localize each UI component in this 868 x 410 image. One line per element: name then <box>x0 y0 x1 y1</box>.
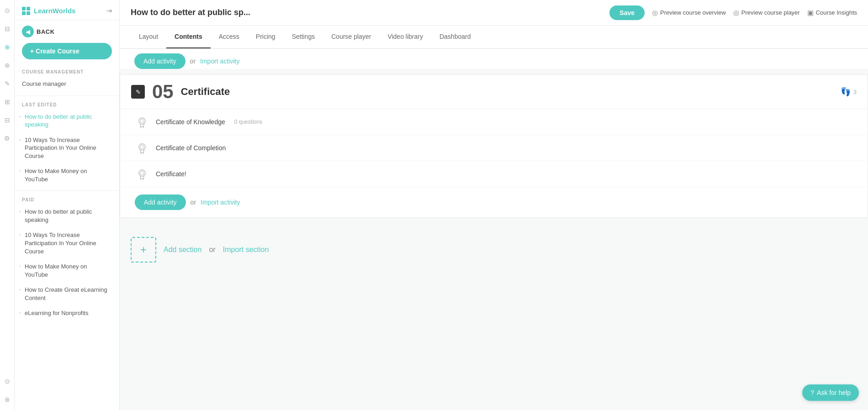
preview-player-action[interactable]: ◎ Preview course player <box>733 9 800 17</box>
tab-contents[interactable]: Contents <box>166 26 211 48</box>
divider-1 <box>15 95 119 96</box>
preview-player-icon: ◎ <box>733 9 739 17</box>
last-edited-label: LAST EDITED <box>15 100 119 109</box>
course-management-label: COURSE MANAGEMENT <box>15 67 119 76</box>
paid-label: PAID <box>15 194 119 204</box>
sidebar-item-last-edited-0[interactable]: How to do better at public speaking <box>15 109 119 132</box>
sidebar-item-course-manager[interactable]: Course manager <box>15 76 119 92</box>
back-circle-icon: ◀ <box>22 26 34 37</box>
ask-help-button[interactable]: ? Ask for help <box>802 384 859 401</box>
activity-name-2: Certificate! <box>156 170 186 178</box>
activity-row-0: Certificate of Knowledge 0 questions <box>120 109 868 135</box>
back-label: BACK <box>37 28 55 35</box>
tab-dashboard[interactable]: Dashboard <box>431 26 479 48</box>
import-activity-link[interactable]: Import activity <box>201 199 240 206</box>
nav-tabs: Layout Contents Access Pricing Settings … <box>120 26 868 49</box>
activity-row-2: Certificate! <box>120 161 868 187</box>
tab-layout[interactable]: Layout <box>131 26 166 48</box>
sidebar: LearnWorlds ⇥ ◀ BACK + Create Course COU… <box>15 0 120 410</box>
book-icon[interactable]: ⊞ <box>2 97 12 107</box>
preview-player-label: Preview course player <box>741 9 800 16</box>
section-right: 👣 3 <box>841 87 857 97</box>
divider-2 <box>15 190 119 191</box>
top-header: How to do better at public sp... Save ◎ … <box>120 0 868 26</box>
certificate-icon-2 <box>135 167 149 181</box>
course-insights-icon: ▣ <box>807 9 814 17</box>
export-icon[interactable]: ⇥ <box>106 6 112 15</box>
sidebar-item-last-edited-1[interactable]: 10 Ways To Increase Participation In You… <box>15 132 119 164</box>
create-course-button[interactable]: + Create Course <box>22 43 112 59</box>
add-activity-button[interactable]: Add activity <box>135 194 186 210</box>
sidebar-header: LearnWorlds ⇥ <box>15 0 119 20</box>
svg-point-5 <box>140 171 144 175</box>
sidebar-item-paid-3[interactable]: How to Create Great eLearning Content <box>15 282 119 305</box>
users-icon[interactable]: ⊛ <box>2 60 12 70</box>
chat-icon[interactable]: ⊙ <box>2 376 12 386</box>
activity-name-0: Certificate of Knowledge <box>156 118 225 126</box>
preview-overview-label: Preview course overview <box>660 9 726 16</box>
footprints-icon: 👣 <box>841 87 851 97</box>
content-area: Add activity or Import activity ✎ 05 Cer… <box>120 49 868 410</box>
top-or-text: or <box>190 58 196 65</box>
chart-icon[interactable]: ⊟ <box>2 115 12 125</box>
home-icon[interactable]: ⊟ <box>2 24 12 34</box>
course-insights-label: Course Insights <box>816 9 857 16</box>
settings2-icon[interactable]: ⊛ <box>2 394 12 405</box>
section-number: 05 <box>152 82 174 101</box>
activity-meta-0: 0 questions <box>234 119 262 125</box>
section-edit-icon[interactable]: ✎ <box>131 85 145 99</box>
section-header: ✎ 05 Certificate 👣 3 <box>120 75 868 109</box>
course-title: How to do better at public sp... <box>131 8 602 17</box>
activity-row-1: Certificate of Completion <box>120 135 868 161</box>
preview-overview-icon: ◎ <box>652 9 658 17</box>
svg-point-4 <box>139 170 145 176</box>
top-import-activity-link[interactable]: Import activity <box>200 58 239 65</box>
svg-point-2 <box>139 144 145 150</box>
sidebar-item-paid-0[interactable]: How to do better at public speaking <box>15 204 119 227</box>
tab-course-player[interactable]: Course player <box>323 26 379 48</box>
or-text: or <box>191 199 196 206</box>
section-certificate: ✎ 05 Certificate 👣 3 Certificate of <box>120 74 868 218</box>
svg-point-0 <box>139 118 145 124</box>
section-title: Certificate <box>181 86 230 98</box>
activity-name-1: Certificate of Completion <box>156 144 226 152</box>
sidebar-item-paid-1[interactable]: 10 Ways To Increase Participation In You… <box>15 227 119 259</box>
tab-access[interactable]: Access <box>211 26 248 48</box>
sidebar-item-paid-4[interactable]: eLearning for Nonprofits <box>15 305 119 321</box>
tab-pricing[interactable]: Pricing <box>248 26 284 48</box>
sidebar-item-last-edited-2[interactable]: How to Make Money on YouTube <box>15 163 119 187</box>
add-section-block: + Add section or Import section <box>120 223 868 276</box>
course-insights-action[interactable]: ▣ Course Insights <box>807 9 857 17</box>
main-content: How to do better at public sp... Save ◎ … <box>120 0 868 410</box>
brand-name: LearnWorlds <box>34 7 75 15</box>
sidebar-item-paid-2[interactable]: How to Make Money on YouTube <box>15 259 119 282</box>
save-button[interactable]: Save <box>609 5 645 20</box>
svg-point-3 <box>140 145 144 149</box>
gear-icon[interactable]: ⚙ <box>2 133 12 143</box>
import-section-link[interactable]: Import section <box>223 246 269 254</box>
top-add-row: Add activity or Import activity <box>120 49 868 69</box>
svg-point-1 <box>140 119 144 123</box>
footprints-count: 3 <box>853 89 857 95</box>
icon-bar: ⊙ ⊟ ⊕ ⊛ ✎ ⊞ ⊟ ⚙ ⊙ ⊛ <box>0 0 15 410</box>
tab-settings[interactable]: Settings <box>284 26 323 48</box>
back-button[interactable]: ◀ BACK <box>22 26 112 37</box>
add-section-or: or <box>209 246 216 254</box>
add-section-icon[interactable]: + <box>131 237 156 263</box>
profile-icon[interactable]: ⊙ <box>2 5 12 16</box>
logo-icon <box>22 7 30 15</box>
ask-help-icon: ? <box>810 389 814 396</box>
top-add-activity-button[interactable]: Add activity <box>134 53 185 69</box>
add-section-label[interactable]: Add section <box>164 246 202 254</box>
tab-video-library[interactable]: Video library <box>379 26 431 48</box>
add-activity-row: Add activity or Import activity <box>120 187 868 217</box>
globe-icon[interactable]: ⊕ <box>2 42 12 52</box>
pen-icon[interactable]: ✎ <box>2 79 12 89</box>
ask-help-label: Ask for help <box>817 389 851 396</box>
certificate-icon-0 <box>135 115 149 129</box>
certificate-icon-1 <box>135 141 149 155</box>
preview-overview-action[interactable]: ◎ Preview course overview <box>652 9 726 17</box>
